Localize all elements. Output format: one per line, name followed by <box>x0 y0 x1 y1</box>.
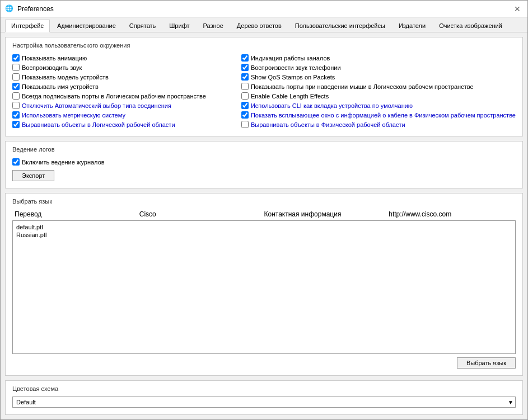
cb-phone-sound-label[interactable]: Воспроизвести звук телефонии <box>251 64 341 71</box>
checkbox-grid: Показывать анимацию Воспроизводить звук … <box>12 53 516 129</box>
preferences-window: 🌐 Preferences ✕ Интерфейс Администрирова… <box>0 0 528 420</box>
cb-device-name-label[interactable]: Показывать имя устройств <box>22 83 99 90</box>
cb-cable-length[interactable] <box>241 92 249 100</box>
cb-metric[interactable] <box>12 111 20 119</box>
cb-always-label-ports[interactable] <box>12 92 20 100</box>
cb-channel-indicator-label[interactable]: Индикация работы каналов <box>251 55 330 62</box>
cb-disable-auto-select-label[interactable]: Отключить Автоматический выбор типа соед… <box>22 102 171 109</box>
user-env-section: Настройка пользовательского окружения По… <box>5 37 523 136</box>
logging-title: Ведение логов <box>12 146 516 153</box>
lang-item-default[interactable]: default.ptl <box>15 223 513 231</box>
tab-font[interactable]: Шрифт <box>163 20 195 32</box>
language-section: Выбрать язык Перевод Cisco Контактная ин… <box>5 193 523 376</box>
cb-align-physical[interactable] <box>241 121 249 128</box>
checkbox-col-left: Показывать анимацию Воспроизводить звук … <box>12 53 236 129</box>
close-button[interactable]: ✕ <box>512 3 523 15</box>
cb-sound[interactable] <box>12 64 20 71</box>
cb-disable-auto-select[interactable] <box>12 102 20 109</box>
col-translation: Перевод <box>15 210 139 218</box>
cb-device-name[interactable] <box>12 83 20 90</box>
language-list[interactable]: default.ptl Russian.ptl <box>12 220 516 354</box>
cb-row-device-model: Показывать модель устройств <box>12 72 236 82</box>
cb-align-logical-label[interactable]: Выравнивать объекты в Логической рабочей… <box>22 121 175 128</box>
tab-interface[interactable]: Интерфейс <box>5 20 50 32</box>
color-section: Цветовая схема Default ▼ <box>5 380 523 415</box>
content-area: Настройка пользовательского окружения По… <box>1 32 527 419</box>
tab-answer-tree[interactable]: Дерево ответов <box>231 20 288 32</box>
logging-section: Ведение логов Включить ведение журналов … <box>5 141 523 188</box>
cb-row-qos-stamps: Show QoS Stamps on Packets <box>241 72 516 82</box>
cb-row-device-name: Показывать имя устройств <box>12 82 236 91</box>
app-icon: 🌐 <box>5 4 14 13</box>
cb-row-show-ports: Показывать порты при наведении мыши в Ло… <box>241 82 516 91</box>
cb-row-enable-logging: Включить ведение журналов <box>12 157 516 167</box>
cb-metric-label[interactable]: Использовать метрическую систему <box>22 112 125 119</box>
cb-row-always-label-ports: Всегда подписывать порты в Логическом ра… <box>12 91 236 101</box>
tab-admin[interactable]: Администрирование <box>51 20 122 32</box>
tab-user-interfaces[interactable]: Пользовательские интерфейсы <box>289 20 391 32</box>
col-contact: Контактная информация <box>264 210 389 218</box>
lang-item-russian[interactable]: Russian.ptl <box>15 231 513 239</box>
tab-hide[interactable]: Спрятать <box>123 20 162 32</box>
cb-cli-tab-label[interactable]: Использовать CLI как вкладка устройства … <box>251 102 413 109</box>
cb-qos-stamps-label[interactable]: Show QoS Stamps on Packets <box>251 74 335 81</box>
cb-row-animation: Показывать анимацию <box>12 53 236 63</box>
cb-animation-label[interactable]: Показывать анимацию <box>22 55 87 62</box>
col-url: http://www.cisco.com <box>389 210 513 218</box>
cb-cable-popup-label[interactable]: Показать всплывающее окно с информацией … <box>251 112 516 119</box>
language-title: Выбрать язык <box>12 198 516 205</box>
cb-enable-logging-label[interactable]: Включить ведение журналов <box>22 159 105 166</box>
tab-publishers[interactable]: Издатели <box>393 20 432 32</box>
window-title: Preferences <box>17 5 512 13</box>
cb-row-align-logical: Выравнивать объекты в Логической рабочей… <box>12 120 236 129</box>
color-select[interactable]: Default <box>12 397 516 408</box>
cb-align-logical[interactable] <box>12 121 20 128</box>
col-cisco: Cisco <box>139 210 264 218</box>
checkbox-col-right: Индикация работы каналов Воспроизвести з… <box>241 53 516 129</box>
cb-phone-sound[interactable] <box>241 64 249 71</box>
title-bar: 🌐 Preferences ✕ <box>1 1 527 17</box>
cb-device-model-label[interactable]: Показывать модель устройств <box>22 74 109 81</box>
cb-row-cable-popup: Показать всплывающее окно с информацией … <box>241 110 516 120</box>
color-select-wrapper: Default ▼ <box>12 397 516 408</box>
cb-row-channel-indicator: Индикация работы каналов <box>241 53 516 63</box>
tab-bar: Интерфейс Администрирование Спрятать Шри… <box>1 17 527 32</box>
cb-row-disable-auto-select: Отключить Автоматический выбор типа соед… <box>12 101 236 110</box>
color-title: Цветовая схема <box>12 385 516 392</box>
cb-channel-indicator[interactable] <box>241 54 249 62</box>
cb-row-align-physical: Выравнивать объекты в Физической рабочей… <box>241 120 516 129</box>
cb-align-physical-label[interactable]: Выравнивать объекты в Физической рабочей… <box>251 121 405 128</box>
user-env-title: Настройка пользовательского окружения <box>12 42 516 49</box>
language-table-header: Перевод Cisco Контактная информация http… <box>12 209 516 219</box>
cb-row-cli-tab: Использовать CLI как вкладка устройства … <box>241 101 516 110</box>
language-actions: Выбрать язык <box>12 357 516 369</box>
cb-cable-popup[interactable] <box>241 111 249 119</box>
cb-cable-length-label[interactable]: Enable Cable Length Effects <box>251 93 329 100</box>
cb-row-sound: Воспроизводить звук <box>12 63 236 72</box>
cb-cli-tab[interactable] <box>241 102 249 109</box>
cb-always-label-ports-label[interactable]: Всегда подписывать порты в Логическом ра… <box>22 93 206 100</box>
export-button[interactable]: Экспорт <box>12 170 54 181</box>
tab-misc[interactable]: Разное <box>197 20 229 32</box>
cb-sound-label[interactable]: Воспроизводить звук <box>22 64 82 71</box>
cb-animation[interactable] <box>12 54 20 62</box>
cb-row-cable-length: Enable Cable Length Effects <box>241 91 516 101</box>
cb-row-metric: Использовать метрическую систему <box>12 110 236 120</box>
cb-row-phone-sound: Воспроизвести звук телефонии <box>241 63 516 72</box>
cb-qos-stamps[interactable] <box>241 73 249 81</box>
select-language-button[interactable]: Выбрать язык <box>457 357 516 369</box>
cb-device-model[interactable] <box>12 73 20 81</box>
tab-clean-images[interactable]: Очистка изображений <box>433 20 508 32</box>
cb-show-ports[interactable] <box>241 83 249 90</box>
cb-enable-logging[interactable] <box>12 158 20 166</box>
cb-show-ports-label[interactable]: Показывать порты при наведении мыши в Ло… <box>251 83 474 90</box>
